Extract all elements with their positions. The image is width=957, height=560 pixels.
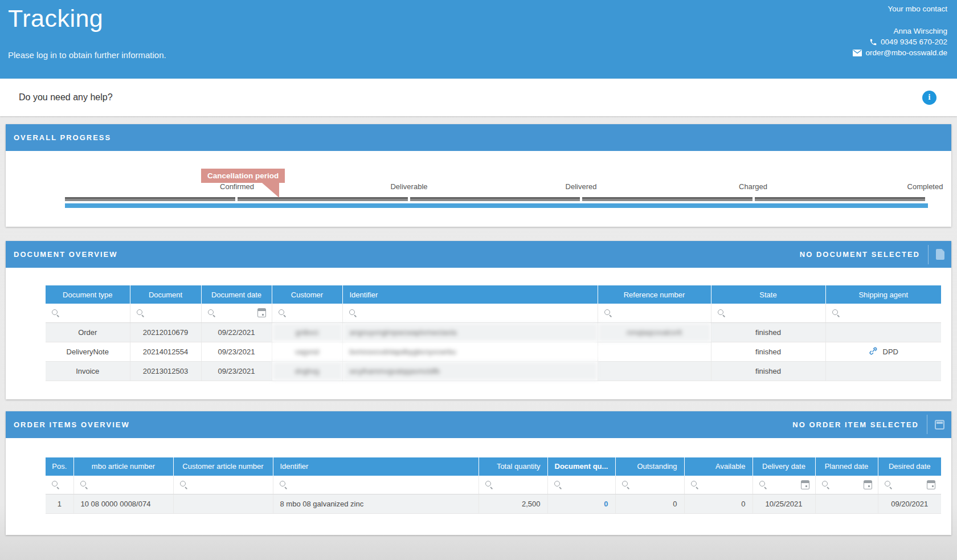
contact-email[interactable]: order@mbo-osswald.de xyxy=(865,47,947,58)
col-shipping-agent[interactable]: Shipping agent xyxy=(825,285,941,304)
col-identifier[interactable]: Identifier xyxy=(273,457,478,476)
calendar-icon[interactable] xyxy=(257,308,266,317)
order-item-selection-status: NO ORDER ITEM SELECTED xyxy=(792,420,919,429)
shipping-tracking-link[interactable]: DPD xyxy=(826,346,942,357)
document-quantity-link[interactable]: 0 xyxy=(604,500,608,508)
cell-outstanding: 0 xyxy=(615,494,684,514)
document-overview-title: DOCUMENT OVERVIEW xyxy=(14,250,118,259)
cell-document-date: 09/23/2021 xyxy=(201,361,272,381)
cell-state: finished xyxy=(711,342,825,361)
filter-identifier[interactable] xyxy=(273,476,478,494)
col-state[interactable]: State xyxy=(711,285,825,304)
col-document-date[interactable]: Document date xyxy=(201,285,272,304)
search-icon xyxy=(884,480,893,489)
filter-outstanding[interactable] xyxy=(615,476,684,494)
search-icon xyxy=(349,309,357,317)
stage-completed: Completed xyxy=(907,182,943,191)
calendar-icon[interactable] xyxy=(935,420,944,430)
filter-pos[interactable] xyxy=(46,476,73,494)
col-reference-number[interactable]: Reference number xyxy=(598,285,711,304)
calendar-icon[interactable] xyxy=(927,480,935,489)
cell-desired-date: 09/20/2021 xyxy=(878,494,941,514)
col-customer[interactable]: Customer xyxy=(272,285,342,304)
search-icon xyxy=(51,480,60,489)
search-icon xyxy=(832,309,840,317)
search-icon xyxy=(80,480,88,489)
search-icon xyxy=(690,480,699,489)
cell-customer-blurred: gnlbvci xyxy=(272,322,342,342)
info-icon[interactable]: i xyxy=(922,91,936,105)
col-document-quantity[interactable]: Document qu... xyxy=(547,457,615,476)
document-row-invoice[interactable]: Invoice 20213012503 09/23/2021 dnghvg wc… xyxy=(46,361,941,381)
filter-delivery-date[interactable] xyxy=(752,476,815,494)
cancellation-flag-tail-icon xyxy=(262,183,279,198)
cell-available: 0 xyxy=(684,494,752,514)
calendar-icon[interactable] xyxy=(801,480,809,489)
order-items-table-wrap: Pos. mbo article number Customer article… xyxy=(6,438,951,536)
filter-document-quantity[interactable] xyxy=(547,476,615,494)
filter-shipping-agent[interactable] xyxy=(825,304,941,322)
search-icon xyxy=(759,480,767,489)
filter-mbo-article-number[interactable] xyxy=(73,476,173,494)
search-icon xyxy=(717,309,726,317)
help-question: Do you need any help? xyxy=(19,92,922,103)
search-icon xyxy=(554,480,562,489)
calendar-icon[interactable] xyxy=(864,480,872,489)
document-row-order[interactable]: Order 20212010679 09/22/2021 gnlbvci ang… xyxy=(46,322,941,342)
search-icon xyxy=(279,480,288,489)
contact-email-line[interactable]: order@mbo-osswald.de xyxy=(853,47,947,58)
col-available[interactable]: Available xyxy=(684,457,752,476)
cell-pos: 1 xyxy=(46,494,73,514)
cell-state: finished xyxy=(711,322,825,342)
phone-icon xyxy=(869,38,877,46)
filter-available[interactable] xyxy=(684,476,752,494)
search-icon xyxy=(179,480,188,489)
cell-delivery-date: 10/25/2021 xyxy=(752,494,815,514)
filter-planned-date[interactable] xyxy=(815,476,878,494)
col-document-type[interactable]: Document type xyxy=(46,285,130,304)
filter-total-quantity[interactable] xyxy=(478,476,547,494)
filter-customer[interactable] xyxy=(272,304,342,322)
cell-document-quantity[interactable]: 0 xyxy=(547,494,615,514)
col-outstanding[interactable]: Outstanding xyxy=(615,457,684,476)
search-icon xyxy=(621,480,630,489)
filter-state[interactable] xyxy=(711,304,825,322)
document-icon[interactable] xyxy=(936,249,944,260)
shipping-agent-name: DPD xyxy=(883,348,898,356)
filter-document-date[interactable] xyxy=(201,304,272,322)
filter-customer-article-number[interactable] xyxy=(173,476,273,494)
search-icon xyxy=(136,309,145,317)
order-items-table: Pos. mbo article number Customer article… xyxy=(46,457,941,514)
stage-delivered: Delivered xyxy=(566,182,597,191)
col-customer-article-number[interactable]: Customer article number xyxy=(173,457,273,476)
col-total-quantity[interactable]: Total quantity xyxy=(478,457,547,476)
order-item-row[interactable]: 1 10 08 0000 0008/074 8 mbo 08 galvanize… xyxy=(46,494,941,514)
filter-desired-date[interactable] xyxy=(878,476,941,494)
divider xyxy=(928,245,929,264)
cell-shipping-agent[interactable]: DPD xyxy=(825,342,941,361)
col-planned-date[interactable]: Planned date xyxy=(815,457,878,476)
login-hint: Please log in to obtain further informat… xyxy=(8,50,166,60)
order-items-title: ORDER ITEMS OVERVIEW xyxy=(14,420,130,429)
document-overview-section: DOCUMENT OVERVIEW NO DOCUMENT SELECTED D… xyxy=(6,241,951,399)
col-pos[interactable]: Pos. xyxy=(46,457,73,476)
filter-reference-number[interactable] xyxy=(598,304,711,322)
cell-shipping-agent xyxy=(825,361,941,381)
stage-charged: Charged xyxy=(739,182,767,191)
document-row-deliverynote[interactable]: DeliveryNote 20214012554 09/23/2021 vagv… xyxy=(46,342,941,361)
cell-customer-article-number xyxy=(173,494,273,514)
filter-document-type[interactable] xyxy=(46,304,130,322)
col-mbo-article-number[interactable]: mbo article number xyxy=(73,457,173,476)
document-overview-header: DOCUMENT OVERVIEW NO DOCUMENT SELECTED xyxy=(6,241,951,268)
col-document[interactable]: Document xyxy=(130,285,201,304)
filter-identifier[interactable] xyxy=(342,304,598,322)
col-delivery-date[interactable]: Delivery date xyxy=(752,457,815,476)
document-table: Document type Document Document date Cus… xyxy=(46,285,941,381)
col-desired-date[interactable]: Desired date xyxy=(878,457,941,476)
cell-customer-blurred: vagvnd xyxy=(272,342,342,361)
filter-document[interactable] xyxy=(130,304,201,322)
contact-phone-line: 0049 9345 670-202 xyxy=(853,36,947,47)
col-identifier[interactable]: Identifier xyxy=(342,285,598,304)
cell-document: 20214012554 xyxy=(130,342,201,361)
document-table-header-row: Document type Document Document date Cus… xyxy=(46,285,941,304)
